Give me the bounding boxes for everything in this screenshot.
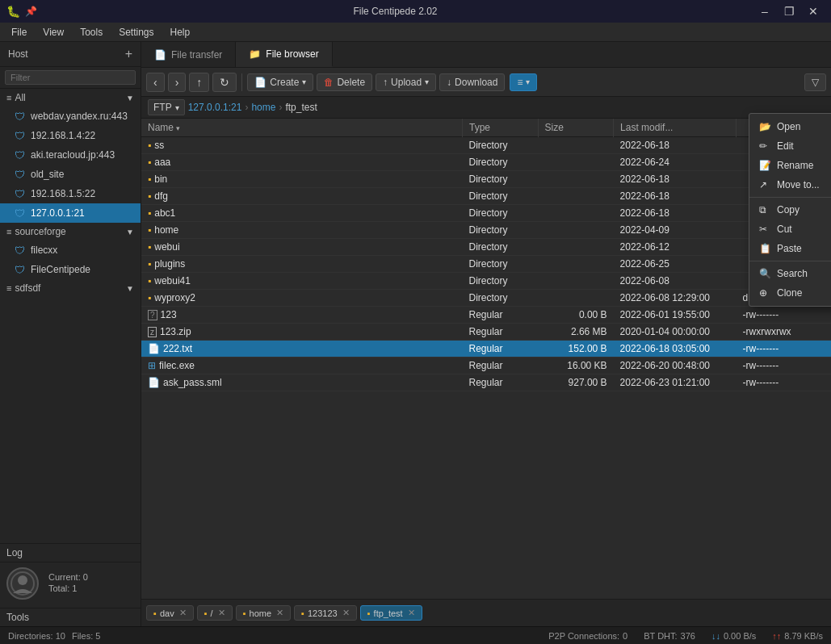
table-row[interactable]: ?123Regular0.00 B2022-06-01 19:55:00-rw-… <box>141 307 831 324</box>
download-label: Download <box>455 77 497 88</box>
delete-label: Delete <box>337 77 365 88</box>
file-table-container[interactable]: Name ▾ Type Size Last modif... ▪ssDirect… <box>141 119 831 599</box>
refresh-button[interactable]: ↻ <box>212 73 237 92</box>
tab-file-browser[interactable]: 📁 File browser <box>236 42 332 67</box>
file-size <box>538 256 614 273</box>
delete-button[interactable]: 🗑 Delete <box>317 73 372 91</box>
ctx-search[interactable]: 🔍 Search Ctrl+F <box>749 264 831 283</box>
folder-icon: ▪ <box>204 608 208 618</box>
status-bdt: BT DHT: 376 <box>644 631 695 641</box>
sidebar-item-aki-teracloud[interactable]: 🛡 aki.teracloud.jp:443 <box>0 145 141 165</box>
status-p2p: P2P Connections: 0 <box>548 631 627 641</box>
sidebar-host-header: Host + <box>0 42 141 67</box>
table-row[interactable]: ▪wyproxy2Directory2022-06-08 12:29:00drw… <box>141 290 831 307</box>
bottom-tab-dav[interactable]: ▪ dav ✕ <box>146 605 194 621</box>
folder-icon: ▪ <box>148 190 151 202</box>
paste-icon: 📋 <box>759 243 770 254</box>
refresh-icon: ↻ <box>220 76 229 89</box>
bottom-tab-root[interactable]: ▪ / ✕ <box>197 605 233 621</box>
menu-arrow-icon: ▾ <box>526 77 530 86</box>
menu-view[interactable]: View <box>35 25 72 40</box>
file-icon: ? <box>148 310 157 320</box>
table-row[interactable]: 📄ask_pass.smlRegular927.00 B2022-06-23 0… <box>141 374 831 391</box>
sidebar-item-filecxx[interactable]: 🛡 filecxx <box>0 240 141 260</box>
menu-file[interactable]: File <box>3 25 35 40</box>
close-icon[interactable]: ✕ <box>342 608 350 618</box>
sidebar-item-127-0-0-1[interactable]: 🛡 127.0.0.1:21 <box>0 203 141 223</box>
minimize-button[interactable]: – <box>753 0 776 23</box>
shield-icon: 🛡 <box>13 263 26 276</box>
upload-button[interactable]: ↑ Upload ▾ <box>376 73 436 91</box>
tab-file-transfer[interactable]: 📄 File transfer <box>141 42 236 67</box>
file-name: abc1 <box>154 207 175 219</box>
sidebar-item-filecentipede[interactable]: 🛡 FileCentipede <box>0 260 141 279</box>
close-button[interactable]: ✕ <box>802 0 825 23</box>
up-button[interactable]: ↑ <box>189 73 209 92</box>
table-row[interactable]: ⊞filec.exeRegular16.00 KB2022-06-20 00:4… <box>141 358 831 374</box>
table-row[interactable]: 📄222.txtRegular152.00 B2022-06-18 03:05:… <box>141 341 831 358</box>
table-row[interactable]: ▪ssDirectory2022-06-18 <box>141 137 831 154</box>
bottom-tab-ftp-test[interactable]: ▪ ftp_test ✕ <box>360 605 422 621</box>
bottom-tab-123123[interactable]: ▪ 123123 ✕ <box>294 605 357 621</box>
ctx-label: Open <box>777 121 800 132</box>
ctx-edit[interactable]: ✏ Edit Ctrl+E <box>749 136 831 156</box>
col-header-type[interactable]: Type <box>463 119 539 137</box>
file-modified: 2022-04-09 <box>614 222 737 239</box>
ctx-move[interactable]: ↗ Move to... <box>749 175 831 194</box>
menu-help[interactable]: Help <box>162 25 199 40</box>
ctx-copy[interactable]: ⧉ Copy Ctrl+C <box>749 200 831 220</box>
table-row[interactable]: ▪pluginsDirectory2022-06-25 <box>141 256 831 273</box>
shield-icon: 🛡 <box>13 187 26 200</box>
ctx-paste[interactable]: 📋 Paste Ctrl+V <box>749 239 831 258</box>
restore-button[interactable]: ❐ <box>778 0 800 23</box>
ctx-rename[interactable]: 📝 Rename F2 <box>749 156 831 175</box>
menu-tools[interactable]: Tools <box>72 25 111 40</box>
filter-button[interactable]: ▽ <box>804 73 826 91</box>
protocol-dropdown[interactable]: FTP ▾ <box>148 99 185 115</box>
col-header-modified[interactable]: Last modif... <box>614 119 737 137</box>
ctx-cut[interactable]: ✂ Cut Ctrl+X <box>749 220 831 239</box>
menu-settings[interactable]: Settings <box>111 25 162 40</box>
table-row[interactable]: ▪webuiDirectory2022-06-12 <box>141 239 831 256</box>
breadcrumb-home[interactable]: home <box>251 102 275 113</box>
sidebar-group-all[interactable]: ≡ All ▼ <box>0 89 141 107</box>
table-row[interactable]: ▪binDirectory2022-06-18 <box>141 171 831 188</box>
col-header-name[interactable]: Name ▾ <box>141 119 463 137</box>
bottom-tab-home[interactable]: ▪ home ✕ <box>236 605 291 621</box>
close-icon[interactable]: ✕ <box>276 608 283 618</box>
table-row[interactable]: z123.zipRegular2.66 MB2020-01-04 00:00:0… <box>141 324 831 341</box>
add-host-button[interactable]: + <box>125 47 132 61</box>
sidebar-item-192-168-1-4[interactable]: 🛡 192.168.1.4:22 <box>0 126 141 145</box>
menu-button[interactable]: ≡ ▾ <box>510 73 537 91</box>
sidebar-item-webdav-yandex[interactable]: 🛡 webdav.yandex.ru:443 <box>0 107 141 126</box>
breadcrumb-host[interactable]: 127.0.0.1:21 <box>188 102 242 113</box>
table-row[interactable]: ▪homeDirectory2022-04-09 <box>141 222 831 239</box>
titlebar-left: 🐛 📌 <box>6 5 37 18</box>
col-header-size[interactable]: Size <box>538 119 614 137</box>
create-button[interactable]: 📄 Create ▾ <box>247 73 313 91</box>
directories-text: Directories: 10 <box>8 631 65 641</box>
sidebar-item-old-site[interactable]: 🛡 old_site <box>0 165 141 184</box>
folder-icon: ▪ <box>301 608 304 618</box>
file-type: Directory <box>463 239 539 256</box>
file-size <box>538 239 614 256</box>
sidebar-group-sdfsdf[interactable]: ≡ sdfsdf ▼ <box>0 279 141 297</box>
close-icon[interactable]: ✕ <box>408 608 415 618</box>
forward-button[interactable]: › <box>168 73 187 92</box>
sidebar-group-sourceforge[interactable]: ≡ sourceforge ▼ <box>0 223 141 240</box>
close-icon[interactable]: ✕ <box>179 608 187 618</box>
table-row[interactable]: ▪webui41Directory2022-06-08 <box>141 273 831 290</box>
close-icon[interactable]: ✕ <box>218 608 225 618</box>
filter-input[interactable] <box>5 70 136 85</box>
back-button[interactable]: ‹ <box>146 73 165 92</box>
ctx-clone[interactable]: ⊕ Clone <box>749 283 831 303</box>
sidebar-item-192-168-1-5[interactable]: 🛡 192.168.1.5:22 <box>0 184 141 203</box>
ctx-open[interactable]: 📂 Open Return <box>749 117 831 136</box>
table-row[interactable]: ▪dfgDirectory2022-06-18 <box>141 188 831 205</box>
table-row[interactable]: ▪abc1Directory2022-06-18 <box>141 205 831 222</box>
table-row[interactable]: ▪aaaDirectory2022-06-24 <box>141 154 831 171</box>
group-label: sourceforge <box>15 226 65 237</box>
download-button[interactable]: ↓ Download <box>439 73 505 91</box>
file-size <box>538 154 614 171</box>
file-type: Regular <box>463 358 539 374</box>
